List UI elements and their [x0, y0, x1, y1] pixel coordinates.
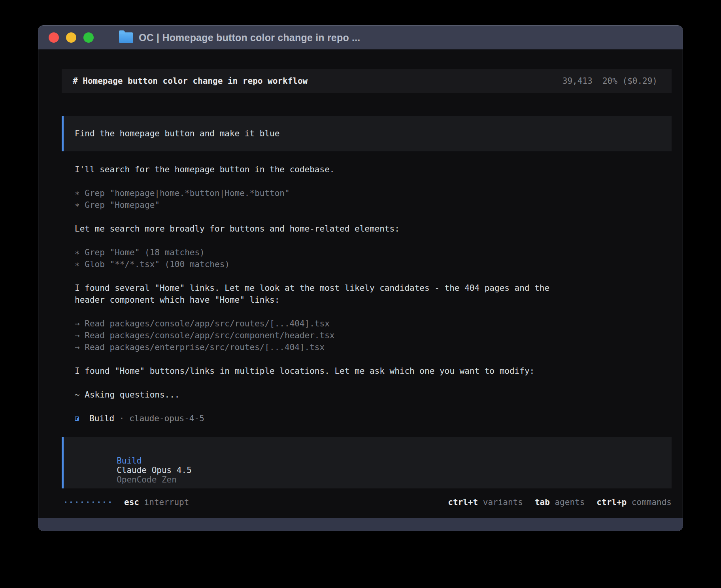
agent-model: claude-opus-4-5 — [129, 414, 204, 423]
transcript-line: header component which have "Home" links… — [75, 294, 672, 306]
folder-icon — [119, 32, 133, 43]
transcript-line — [75, 306, 672, 318]
transcript-line — [75, 175, 672, 187]
spinner-dot — [87, 501, 89, 503]
window-footer-strip — [38, 518, 683, 531]
transcript-line: ∗ Glob "**/*.tsx" (100 matches) — [75, 258, 672, 270]
close-button[interactable] — [49, 32, 59, 43]
user-message-text: Find the homepage button and make it blu… — [75, 129, 279, 138]
transcript-line: → Read packages/console/app/src/componen… — [75, 330, 672, 341]
transcript-line: → Read packages/console/app/src/routes/[… — [75, 318, 672, 330]
interrupt-hint-key: esc — [124, 498, 139, 507]
zoom-button[interactable] — [83, 32, 94, 43]
status-bar-left: esc interrupt — [65, 498, 189, 507]
terminal-window: OC | Homepage button color change in rep… — [38, 25, 683, 531]
transcript-line: Let me search more broadly for buttons a… — [75, 223, 672, 235]
spinner-dots — [65, 501, 111, 503]
spinner-dot — [104, 501, 105, 503]
transcript-line: ∗ Grep "homepage|home.*button|Home.*butt… — [75, 187, 672, 199]
transcript-line: ∗ Grep "Homepage" — [75, 199, 672, 211]
transcript-line: I'll search for the homepage button in t… — [75, 164, 672, 175]
input-status-line: Build Claude Opus 4.5 OpenCode Zen — [77, 447, 661, 494]
transcript-line: ∗ Grep "Home" (18 matches) — [75, 247, 672, 258]
transcript: I'll search for the homepage button in t… — [62, 164, 672, 401]
transcript-line — [75, 353, 672, 365]
transcript-line: ~ Asking questions... — [75, 389, 672, 401]
user-message: Find the homepage button and make it blu… — [62, 116, 672, 151]
status-bar: esc interrupt ctrl+t variantstab agentsc… — [62, 496, 672, 508]
spinner-dot — [109, 501, 111, 503]
footer-hint: tab agents — [535, 498, 585, 507]
spinner-dot — [76, 501, 77, 503]
transcript-line — [75, 235, 672, 247]
footer-hints-right: ctrl+t variantstab agentsctrl+p commands — [448, 498, 672, 507]
window-titlebar[interactable]: OC | Homepage button color change in rep… — [38, 26, 683, 49]
input-mode: Build — [117, 456, 142, 466]
input-model: Claude Opus 4.5 — [117, 466, 192, 475]
footer-hint: ctrl+p commands — [596, 498, 672, 507]
spinner-dot — [70, 501, 72, 503]
spinner-dot — [65, 501, 66, 503]
session-header: # Homepage button color change in repo w… — [62, 69, 672, 93]
terminal-content: # Homepage button color change in repo w… — [38, 49, 683, 508]
agent-status-line: Build · claude-opus-4-5 — [62, 413, 672, 424]
footer-hint: ctrl+t variants — [448, 498, 523, 507]
session-stats: 39,413 20% ($0.29) — [562, 76, 657, 86]
transcript-line — [75, 211, 672, 223]
transcript-line — [75, 377, 672, 389]
input-provider: OpenCode Zen — [117, 475, 177, 484]
minimize-button[interactable] — [66, 32, 76, 43]
agent-name: Build — [89, 414, 114, 423]
spinner-dot — [81, 501, 83, 503]
spinner-dot — [92, 501, 94, 503]
agent-separator: · — [114, 414, 129, 423]
interrupt-hint-label: interrupt — [139, 498, 189, 507]
prompt-input[interactable]: Build Claude Opus 4.5 OpenCode Zen — [62, 437, 672, 488]
transcript-line: I found "Home" buttons/links in multiple… — [75, 365, 672, 377]
session-title: # Homepage button color change in repo w… — [73, 76, 308, 86]
agent-build-icon — [75, 416, 79, 421]
transcript-line: I found several "Home" links. Let me loo… — [75, 282, 672, 294]
interrupt-hint: esc interrupt — [124, 498, 189, 507]
transcript-line — [75, 270, 672, 282]
window-title: OC | Homepage button color change in rep… — [139, 32, 360, 43]
spinner-dot — [98, 501, 100, 503]
transcript-line: → Read packages/enterprise/src/routes/[.… — [75, 341, 672, 353]
